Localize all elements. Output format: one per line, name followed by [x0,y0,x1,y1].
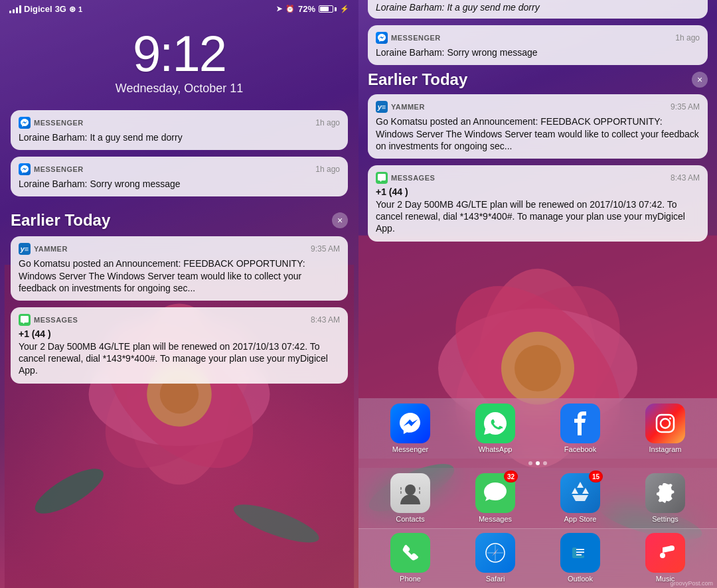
notif-body-messages: Your 2 Day 500MB 4G/LTE plan will be ren… [19,340,340,377]
right-messages-notification[interactable]: MESSAGES 8:43 AM +1 (44 ) Your 2 Day 500… [368,165,708,242]
battery-percent: 72% [298,4,315,14]
apps-row-1: Messenger WhatsApp [358,398,717,459]
notification-card[interactable]: MESSENGER 1h ago Loraine Barham: Sorry w… [11,157,348,196]
svg-point-19 [661,419,670,428]
status-right: ➤ ⏰ 72% ⚡ [276,4,349,14]
messenger-app-icon [390,404,430,443]
notif-header: y≡ YAMMER 9:35 AM [376,101,700,113]
notif-app-messages: MESSAGES [391,174,435,182]
app-phone[interactable]: Phone [390,533,430,583]
app-outlook[interactable]: Outlook [560,533,600,583]
page-dot-3 [543,461,547,465]
app-whatsapp[interactable]: WhatsApp [475,404,515,453]
notif-time-messages: 8:43 AM [311,315,340,325]
notif-time-messages: 8:43 AM [671,173,700,183]
svg-point-21 [405,484,416,495]
app-music[interactable]: Music [645,533,685,583]
app-contacts[interactable]: Contacts [390,473,430,523]
svg-point-20 [669,417,671,419]
apps-row-2: Contacts 32 Messages [358,468,717,528]
sim-label: 1 [78,5,82,13]
app-label-messenger: Messenger [392,445,428,453]
yammer-icon: y≡ [19,243,31,255]
right-yammer-notification[interactable]: y≡ YAMMER 9:35 AM Go Komatsu posted an A… [368,94,708,159]
notif-header: MESSENGER 1h ago [376,32,700,44]
earlier-today-title: Earlier Today [11,211,110,230]
messages-notification[interactable]: MESSAGES 8:43 AM +1 (44 ) Your 2 Day 500… [11,307,348,384]
app-label-facebook: Facebook [564,445,596,453]
left-panel: Digicel 3G ⊛ 1 ➤ ⏰ 72% ⚡ 9:12 W [0,0,358,588]
notif-body-2: Loraine Barham: Sorry wrong message [19,178,340,190]
svg-rect-18 [657,415,674,432]
notifications-area: MESSENGER 1h ago Loraine Barham: It a gu… [0,101,358,196]
messenger-icon [19,117,31,129]
notif-header: MESSAGES 8:43 AM [19,314,340,326]
svg-rect-22 [400,487,402,490]
app-instagram[interactable]: Instagram [645,404,685,453]
app-appstore[interactable]: 15 App Store [560,473,600,523]
bolt-icon: ⚡ [340,5,349,13]
app-messenger[interactable]: Messenger [390,404,430,453]
right-earlier-header: Earlier Today × [368,65,708,94]
notif-title-messages: +1 (44 ) [376,186,700,197]
clock-date: Wednesday, October 11 [0,82,358,96]
notif-app-info: y≡ YAMMER [376,101,425,113]
signal-icon [9,5,21,13]
app-label-whatsapp: WhatsApp [479,445,513,453]
music-app-icon [645,533,685,573]
watermark: groovyPost.com [670,580,713,587]
app-icon-wrap [390,473,430,513]
notif-time: 1h ago [675,33,700,42]
notif-title-messages: +1 (44 ) [19,329,340,339]
app-safari[interactable]: Safari [475,533,515,583]
whatsapp-app-icon [475,404,515,443]
app-label-messages: Messages [479,515,512,523]
settings-app-icon [645,473,685,513]
app-label-phone: Phone [400,575,421,583]
app-label-settings: Settings [652,515,678,523]
right-messenger-notification[interactable]: MESSENGER 1h ago Loraine Barham: Sorry w… [368,25,708,65]
notif-body-messages: Your 2 Day 500MB 4G/LTE plan will be ren… [376,198,700,235]
notif-body-1: Loraine Barham: It a guy send me dorry [19,131,340,143]
app-label-instagram: Instagram [649,445,682,453]
notif-body-yammer: Go Komatsu posted an Announcement: FEEDB… [19,257,340,294]
notif-app-yammer: YAMMER [391,103,425,111]
notif-header: y≡ YAMMER 9:35 AM [19,243,340,255]
notification-card[interactable]: MESSENGER 1h ago Loraine Barham: It a gu… [11,110,348,150]
notif-app-name-1: MESSENGER [34,119,84,127]
app-messages[interactable]: 32 Messages [475,473,515,523]
phone-app-icon [390,533,430,573]
status-bar: Digicel 3G ⊛ 1 ➤ ⏰ 72% ⚡ [0,0,358,15]
facebook-app-icon [560,404,600,443]
app-icon-wrap [645,404,685,443]
carrier-info: Digicel 3G ⊛ 1 [9,4,82,14]
app-icon-wrap [645,473,685,513]
app-settings[interactable]: Settings [645,473,685,523]
notif-app-info: MESSENGER [19,163,84,175]
page-dot-2 [536,461,540,465]
messages-badge: 32 [504,471,518,482]
close-earlier-today-button[interactable]: × [332,212,348,228]
right-earlier-title: Earlier Today [368,70,467,89]
outlook-app-icon [560,533,600,573]
right-notifications: MESSENGER 1h ago Loraine Barham: Sorry w… [358,19,717,65]
app-label-contacts: Contacts [396,515,424,523]
alarm-icon: ⏰ [285,5,295,13]
yammer-notification[interactable]: y≡ YAMMER 9:35 AM Go Komatsu posted an A… [11,236,348,301]
messages-icon [19,314,31,326]
notif-app-name-2: MESSENGER [34,165,84,173]
right-panel: Loraine Barham: It a guy send me dorry M… [358,0,717,588]
notif-app-name-messages: MESSAGES [34,316,78,324]
right-close-button[interactable]: × [692,72,708,88]
clock-area: 9:12 Wednesday, October 11 [0,15,358,101]
notif-app-info: MESSAGES [19,314,78,326]
right-earlier-today: Earlier Today × y≡ YAMMER 9:35 AM [368,65,708,241]
notif-time-2: 1h ago [315,165,340,174]
app-icon-wrap: 32 [475,473,515,513]
messages-icon [376,172,388,184]
notif-app-info: MESSENGER [19,117,84,129]
earlier-today-section: Earlier Today × y≡ YAMMER 9:35 AM [11,207,348,383]
safari-app-icon [475,533,515,573]
instagram-app-icon [645,404,685,443]
app-facebook[interactable]: Facebook [560,404,600,453]
